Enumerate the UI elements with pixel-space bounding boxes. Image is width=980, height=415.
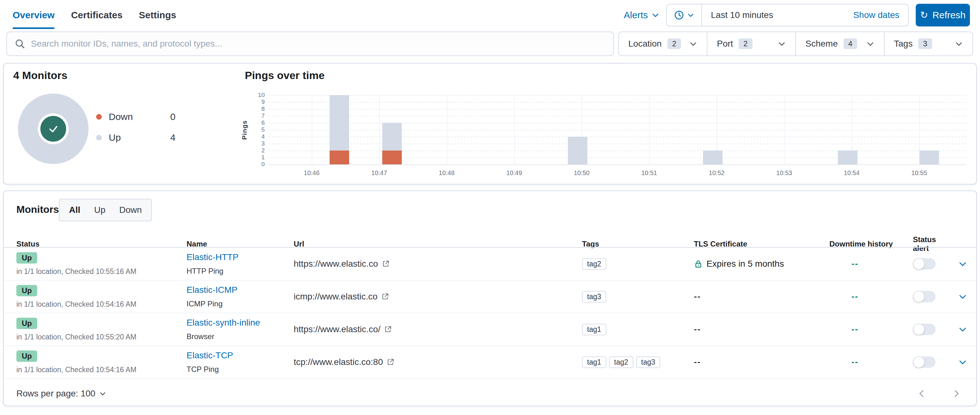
filter-group: Location2 Port2 Scheme4 Tags3 <box>618 32 973 56</box>
filter-location[interactable]: Location2 <box>619 32 707 55</box>
name-cell: Elastic-TCP TCP Ping <box>186 350 294 374</box>
expand-row-chevron-icon[interactable] <box>958 292 967 301</box>
downtime-cell: -- <box>829 259 913 269</box>
expand-cell <box>949 260 976 268</box>
monitor-name-link[interactable]: Elastic-TCP <box>186 350 233 361</box>
y-tick-label: 10 <box>258 92 265 98</box>
y-tick-label: 5 <box>261 126 265 133</box>
name-cell: Elastic-HTTP HTTP Ping <box>186 252 294 276</box>
chevron-down-icon <box>689 40 697 48</box>
tags-cell: tag1 <box>582 324 694 335</box>
monitor-type: Browser <box>186 332 214 341</box>
external-link-icon <box>384 326 392 333</box>
x-tick-label: 10:55 <box>911 169 927 177</box>
status-filter-all[interactable]: All <box>62 205 87 215</box>
tag-badge: tag3 <box>582 291 606 303</box>
horizontal-gridline <box>269 102 966 103</box>
monitor-url-link[interactable]: icmp://www.elastic.co <box>294 291 377 302</box>
clock-icon <box>674 10 684 20</box>
status-detail: in 1/1 location, Checked 10:55:20 AM <box>16 333 137 341</box>
chart-bar <box>382 123 402 164</box>
monitor-url-link[interactable]: https://www.elastic.co <box>294 259 378 269</box>
search-input[interactable] <box>31 39 613 49</box>
chevron-down-icon <box>652 11 659 19</box>
previous-page-button[interactable] <box>917 389 926 398</box>
horizontal-gridline <box>269 144 966 144</box>
tags-cell: tag2 <box>582 258 694 270</box>
status-detail: in 1/1 location, Checked 10:54:16 AM <box>16 366 137 374</box>
status-filter-up[interactable]: Up <box>87 205 113 215</box>
tags-cell: tag1tag2tag3 <box>582 356 694 368</box>
status-alert-toggle[interactable] <box>913 291 935 302</box>
time-range-display[interactable]: Last 10 minutes Show dates <box>702 5 908 26</box>
downtime-cell: -- <box>829 324 913 334</box>
tab-certificates[interactable]: Certificates <box>71 0 122 30</box>
status-cell: Up in 1/1 location, Checked 10:54:16 AM <box>16 285 186 309</box>
expand-cell <box>949 325 976 334</box>
monitor-name-link[interactable]: Elastic-synth-inline <box>186 318 260 328</box>
tab-settings[interactable]: Settings <box>139 0 176 30</box>
horizontal-gridline <box>269 123 966 124</box>
chevron-down-icon <box>687 12 694 19</box>
filter-count-badge: 4 <box>843 38 857 49</box>
status-detail: in 1/1 location, Checked 10:55:16 AM <box>16 267 137 276</box>
monitor-url-link[interactable]: https://www.elastic.co/ <box>294 324 380 334</box>
status-alert-toggle[interactable] <box>913 258 935 269</box>
horizontal-gridline <box>269 95 966 96</box>
url-cell: https://www.elastic.co <box>294 259 582 269</box>
up-segment <box>568 137 587 164</box>
status-alert-cell <box>913 258 949 269</box>
filter-tags[interactable]: Tags3 <box>884 32 972 55</box>
monitor-name-link[interactable]: Elastic-ICMP <box>186 285 238 295</box>
up-count: 4 <box>170 132 175 143</box>
tls-cell: -- <box>694 291 829 302</box>
show-dates-link[interactable]: Show dates <box>853 10 899 20</box>
quick-select-menu[interactable] <box>667 5 702 26</box>
chevron-down-icon <box>778 40 786 48</box>
tag-badge: tag2 <box>582 258 606 270</box>
down-dot <box>96 114 102 120</box>
tag-badge: tag2 <box>609 356 633 368</box>
expand-row-chevron-icon[interactable] <box>958 358 967 366</box>
tls-expiry-text: -- <box>694 357 701 367</box>
status-filter-down[interactable]: Down <box>113 205 149 215</box>
tag-badge: tag3 <box>636 356 660 368</box>
refresh-button[interactable]: ↻ Refresh <box>916 4 970 27</box>
monitors-count-title: 4 Monitors <box>13 69 67 82</box>
all-up-indicator <box>40 116 66 142</box>
status-alert-toggle[interactable] <box>913 356 935 368</box>
search-box <box>6 32 614 56</box>
downtime-cell: -- <box>829 357 913 367</box>
next-page-button[interactable] <box>951 389 961 398</box>
tls-cell: -- <box>694 324 829 334</box>
y-tick-label: 6 <box>261 119 265 126</box>
table-footer: Rows per page: 100 <box>4 380 976 407</box>
status-alert-toggle[interactable] <box>913 324 935 335</box>
filter-scheme[interactable]: Scheme4 <box>795 32 884 55</box>
tab-overview[interactable]: Overview <box>13 0 54 30</box>
table-row: Up in 1/1 location, Checked 10:55:16 AM … <box>4 248 976 280</box>
tags-cell: tag3 <box>582 291 694 303</box>
status-alert-cell <box>913 324 949 335</box>
monitor-url-link[interactable]: tcp://www.elastic.co:80 <box>294 357 383 367</box>
y-tick-label: 1 <box>261 154 265 161</box>
expand-row-chevron-icon[interactable] <box>958 260 967 268</box>
downtime-value: -- <box>851 291 859 301</box>
status-cell: Up in 1/1 location, Checked 10:54:16 AM <box>16 350 186 374</box>
filter-port[interactable]: Port2 <box>707 32 795 55</box>
status-filter-group: All Up Down <box>59 199 152 221</box>
expand-row-chevron-icon[interactable] <box>958 325 967 334</box>
chart-bar <box>329 95 349 164</box>
x-axis-ticks: 10:4610:4710:4810:4910:5010:5110:5210:53… <box>269 169 966 179</box>
rows-per-page-selector[interactable]: Rows per page: 100 <box>16 388 106 399</box>
x-tick-label: 10:53 <box>776 169 792 177</box>
status-badge: Up <box>16 350 37 362</box>
table-row: Up in 1/1 location, Checked 10:54:16 AM … <box>4 346 976 379</box>
url-cell: tcp://www.elastic.co:80 <box>294 357 582 367</box>
alerts-dropdown[interactable]: Alerts <box>624 10 659 21</box>
pings-chart-title: Pings over time <box>245 69 325 82</box>
tls-expiry-text: -- <box>694 291 701 302</box>
y-tick-label: 2 <box>261 147 265 154</box>
status-cell: Up in 1/1 location, Checked 10:55:16 AM <box>16 252 186 276</box>
monitor-name-link[interactable]: Elastic-HTTP <box>186 252 239 262</box>
